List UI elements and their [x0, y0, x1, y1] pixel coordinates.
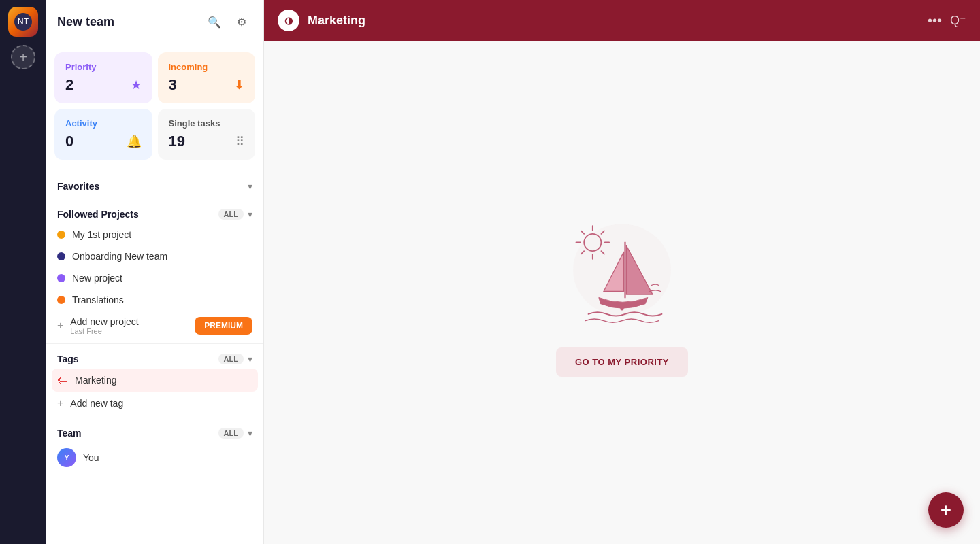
add-tag-label: Add new tag — [70, 398, 123, 409]
icon-strip: NT + — [0, 0, 46, 544]
project-item[interactable]: Translations — [52, 289, 258, 311]
project-item[interactable]: My 1st project — [52, 224, 258, 245]
add-workspace-button[interactable]: + — [11, 45, 35, 69]
followed-projects-chevron: ▾ — [248, 209, 252, 220]
team-item-you[interactable]: Y You — [52, 443, 258, 473]
favorites-chevron: ▾ — [248, 181, 252, 192]
tags-title: Tags — [57, 354, 79, 364]
tags-all-badge[interactable]: ALL — [218, 354, 244, 364]
tags-chevron: ▾ — [248, 354, 252, 364]
avatar-inner: NT — [14, 13, 32, 31]
incoming-card[interactable]: Incoming 3 ⬇ — [158, 52, 256, 103]
followed-projects-title: Followed Projects — [57, 209, 139, 220]
stat-cards: Priority 2 ★ Incoming 3 ⬇ Activity 0 🔔 S… — [46, 44, 263, 168]
svg-point-12 — [620, 307, 623, 310]
workspace-avatar[interactable]: NT — [8, 7, 38, 37]
avatar-label: NT — [18, 17, 29, 27]
svg-line-6 — [581, 231, 585, 234]
sailboat-illustration — [554, 209, 690, 331]
team-chevron: ▾ — [248, 428, 252, 439]
priority-card[interactable]: Priority 2 ★ — [54, 52, 152, 103]
activity-card-bottom: 0 🔔 — [65, 133, 142, 150]
project-list: My 1st project Onboarding New team New p… — [46, 224, 263, 341]
incoming-card-title: Incoming — [169, 62, 245, 72]
main-header: ◑ Marketing ••• Q⁻ — [264, 0, 980, 41]
single-tasks-card-title: Single tasks — [169, 118, 245, 129]
project-name-2: Onboarding New team — [72, 251, 167, 262]
tags-section-header[interactable]: Tags ALL ▾ — [46, 347, 263, 369]
search-button[interactable]: 🔍 — [203, 11, 225, 33]
project-dot-3 — [57, 274, 65, 282]
priority-card-bottom: 2 ★ — [65, 76, 142, 94]
activity-card[interactable]: Activity 0 🔔 — [54, 109, 152, 160]
single-tasks-card-bottom: 19 ⠿ — [169, 133, 245, 150]
project-name-1: My 1st project — [72, 229, 131, 240]
team-avatar-you: Y — [57, 448, 76, 467]
sidebar: New team 🔍 ⚙ Priority 2 ★ Incoming 3 ⬇ A… — [46, 0, 264, 544]
activity-icon: 🔔 — [127, 134, 142, 149]
team-all-badge[interactable]: ALL — [218, 428, 244, 439]
priority-count: 2 — [65, 76, 74, 94]
team-member-name-you: You — [83, 452, 99, 463]
favorites-section-header[interactable]: Favorites ▾ — [46, 174, 263, 196]
project-item[interactable]: Onboarding New team — [52, 245, 258, 267]
single-tasks-icon: ⠿ — [235, 134, 244, 149]
tag-icon: 🏷 — [57, 374, 68, 386]
project-name-4: Translations — [72, 294, 124, 305]
project-dot-4 — [57, 296, 65, 304]
fab-add-button[interactable]: + — [928, 492, 964, 528]
add-project-item[interactable]: + Add new project Last Free PREMIUM — [52, 311, 258, 341]
tag-item-marketing[interactable]: 🏷 Marketing — [52, 369, 258, 392]
main-header-logo: ◑ — [278, 10, 299, 31]
team-header-right: ALL ▾ — [218, 428, 252, 439]
incoming-icon: ⬇ — [234, 78, 244, 92]
project-name-3: New project — [72, 273, 122, 284]
add-project-sub: Last Free — [70, 327, 188, 335]
divider-1 — [46, 171, 263, 171]
go-to-priority-button[interactable]: GO TO MY PRIORITY — [556, 347, 688, 377]
single-tasks-count: 19 — [169, 133, 185, 150]
activity-count: 0 — [65, 133, 74, 150]
add-project-icon: + — [57, 320, 63, 332]
settings-button[interactable]: ⚙ — [231, 11, 252, 33]
divider-2 — [46, 199, 263, 199]
main-header-title: Marketing — [308, 14, 919, 28]
divider-3 — [46, 343, 263, 344]
tag-name-marketing: Marketing — [75, 375, 116, 386]
single-tasks-card[interactable]: Single tasks 19 ⠿ — [158, 109, 256, 160]
priority-icon: ★ — [131, 78, 142, 92]
main-content: ◑ Marketing ••• Q⁻ — [264, 0, 980, 544]
tags-header-right: ALL ▾ — [218, 354, 252, 364]
followed-projects-section-header[interactable]: Followed Projects ALL ▾ — [46, 202, 263, 224]
main-header-more-button[interactable]: ••• — [928, 13, 942, 29]
premium-button[interactable]: PREMIUM — [195, 317, 252, 335]
favorites-title: Favorites — [57, 181, 99, 192]
add-tag-icon: + — [57, 397, 63, 409]
empty-state: GO TO MY PRIORITY — [264, 41, 980, 544]
add-project-text: Add new project Last Free — [70, 316, 188, 335]
project-item[interactable]: New project — [52, 267, 258, 289]
incoming-card-bottom: 3 ⬇ — [169, 76, 245, 94]
add-tag-item[interactable]: + Add new tag — [46, 392, 263, 415]
project-dot-2 — [57, 252, 65, 260]
sidebar-header: New team 🔍 ⚙ — [46, 0, 263, 44]
team-section-header[interactable]: Team ALL ▾ — [46, 421, 263, 443]
sidebar-title: New team — [57, 15, 114, 29]
activity-card-title: Activity — [65, 118, 142, 129]
sidebar-header-icons: 🔍 ⚙ — [203, 11, 252, 33]
project-dot-1 — [57, 231, 65, 239]
priority-card-title: Priority — [65, 62, 142, 72]
add-project-label: Add new project — [70, 316, 188, 327]
incoming-count: 3 — [169, 76, 177, 94]
divider-4 — [46, 418, 263, 418]
main-header-search-icon[interactable]: Q⁻ — [950, 13, 966, 28]
team-title: Team — [57, 428, 82, 439]
followed-projects-header-right: ALL ▾ — [218, 209, 252, 220]
followed-projects-all-badge[interactable]: ALL — [218, 209, 244, 220]
